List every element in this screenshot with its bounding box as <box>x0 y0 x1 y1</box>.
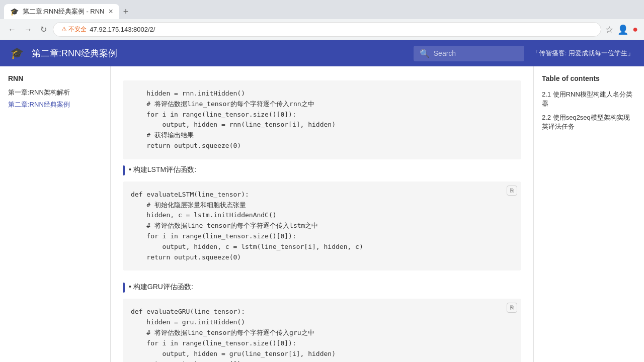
lstm-code-text: def evaluateLSTM(line_tensor): # 初始化隐层张量… <box>131 190 513 263</box>
gru-bullet: • 构建GRU评估函数: <box>129 283 193 292</box>
gru-code-text: def evaluateGRU(line_tensor): hidden = g… <box>131 307 513 362</box>
gru-section: • 构建GRU评估函数: ⎘ def evaluateGRU(line_tens… <box>123 283 521 362</box>
lstm-copy-button[interactable]: ⎘ <box>507 186 517 196</box>
address-text: 47.92.175.143:8002/2/ <box>90 26 155 33</box>
search-icon: 🔍 <box>420 49 430 58</box>
page-header: 🎓 第二章:RNN经典案例 🔍 Search 「传智播客: 用爱成就每一位学生」 <box>0 40 644 66</box>
bookmark-icon[interactable]: ☆ <box>605 24 613 35</box>
browser-chrome: 🎓 第二章:RNN经典案例 - RNN × + ← → ↻ ⚠ 不安全 47.9… <box>0 0 644 40</box>
back-button[interactable]: ← <box>6 23 18 36</box>
gru-section-header: • 构建GRU评估函数: <box>123 283 521 293</box>
tab-title: 第二章:RNN经典案例 - RNN <box>23 7 105 16</box>
main-content: hidden = rnn.initHidden() # 将评估数据line_te… <box>111 66 533 362</box>
right-panel: Table of contents 2.1 使用RNN模型构建人名分类器 2.2… <box>533 66 644 362</box>
sidebar-item-chapter1[interactable]: 第一章:RNN架构解析 <box>8 86 102 99</box>
gru-title: 构建GRU评估函数: <box>133 283 193 291</box>
gru-code-block: ⎘ def evaluateGRU(line_tensor): hidden =… <box>123 299 521 362</box>
lstm-code-block: ⎘ def evaluateLSTM(line_tensor): # 初始化隐层… <box>123 182 521 271</box>
sidebar-item-chapter2[interactable]: 第二章:RNN经典案例 <box>8 99 102 111</box>
tab-bar: 🎓 第二章:RNN经典案例 - RNN × + <box>0 0 644 19</box>
new-tab-button[interactable]: + <box>119 5 133 19</box>
address-input[interactable]: ⚠ 不安全 47.92.175.143:8002/2/ <box>53 22 601 37</box>
top-code-block: hidden = rnn.initHidden() # 将评估数据line_te… <box>123 80 521 159</box>
active-tab[interactable]: 🎓 第二章:RNN经典案例 - RNN × <box>4 4 119 19</box>
toc-item-2[interactable]: 2.2 使用seq2seq模型架构实现英译法任务 <box>542 112 636 133</box>
search-box[interactable]: 🔍 Search <box>414 46 524 61</box>
reload-button[interactable]: ↻ <box>38 23 49 36</box>
search-placeholder: Search <box>434 49 456 57</box>
header-tagline: 「传智播客: 用爱成就每一位学生」 <box>532 49 634 58</box>
lstm-bullet: • 构建LSTM评估函数: <box>129 165 196 174</box>
tab-favicon: 🎓 <box>10 8 19 16</box>
extension-icon[interactable]: ● <box>632 24 638 35</box>
header-title: 第二章:RNN经典案例 <box>32 47 406 59</box>
lstm-section-header: • 构建LSTM评估函数: <box>123 165 521 175</box>
gru-copy-button[interactable]: ⎘ <box>507 303 517 313</box>
forward-button[interactable]: → <box>22 23 34 36</box>
sidebar-section-label: RNN <box>8 74 102 82</box>
security-warning: ⚠ 不安全 <box>61 25 87 34</box>
tab-close-button[interactable]: × <box>109 8 113 16</box>
toolbar-icons: ☆ 👤 ● <box>605 24 638 35</box>
header-logo: 🎓 <box>10 47 24 60</box>
top-code-text: hidden = rnn.initHidden() # 将评估数据line_te… <box>131 88 513 151</box>
lstm-section: • 构建LSTM评估函数: ⎘ def evaluateLSTM(line_te… <box>123 165 521 271</box>
address-bar: ← → ↻ ⚠ 不安全 47.92.175.143:8002/2/ ☆ 👤 ● <box>0 19 644 40</box>
profile-icon[interactable]: 👤 <box>617 24 628 35</box>
section-bar <box>123 165 125 175</box>
sidebar: RNN 第一章:RNN架构解析 第二章:RNN经典案例 <box>0 66 111 362</box>
lstm-title: 构建LSTM评估函数: <box>133 165 196 173</box>
toc-item-1[interactable]: 2.1 使用RNN模型构建人名分类器 <box>542 88 636 110</box>
toc-title: Table of contents <box>542 74 636 82</box>
page-body: RNN 第一章:RNN架构解析 第二章:RNN经典案例 hidden = rnn… <box>0 66 644 362</box>
section-bar-gru <box>123 283 125 293</box>
